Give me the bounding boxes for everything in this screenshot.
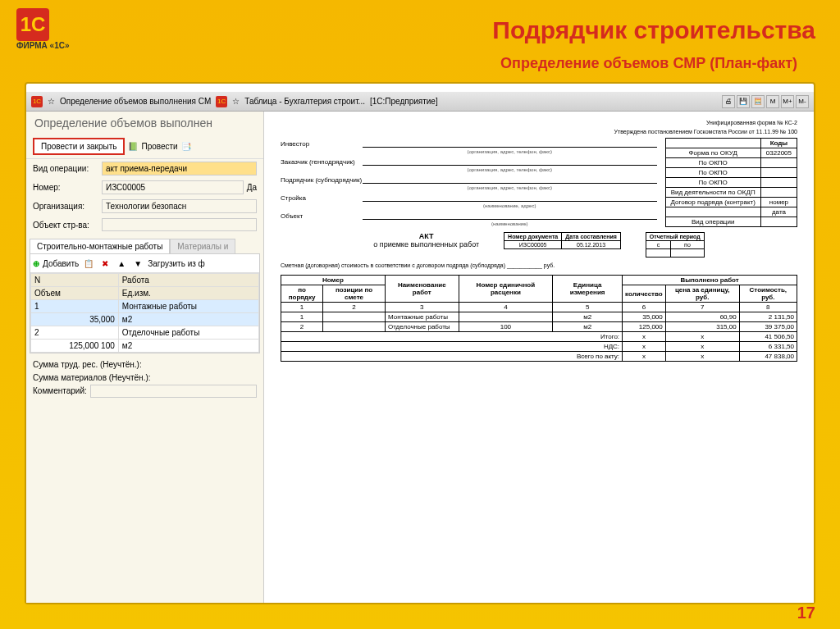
delete-icon[interactable]: ✖	[98, 257, 112, 270]
add-icon[interactable]: ⊕	[33, 259, 39, 268]
period-table: Отчетный период спо	[646, 232, 705, 258]
comment-input[interactable]	[90, 385, 257, 398]
op-type-label: Вид операции:	[33, 164, 98, 173]
logo-area: 1C ФИРМА «1С»	[16, 8, 70, 50]
number-label: Номер:	[33, 183, 98, 192]
m-minus-icon[interactable]: M-	[796, 95, 809, 108]
load-button[interactable]: Загрузить из ф	[148, 259, 205, 268]
save-green-icon[interactable]: 📗	[128, 142, 138, 151]
grid-row[interactable]: 1 Монтажные работы	[31, 300, 259, 313]
grid-row[interactable]: 2 Отделочные работы	[31, 326, 259, 340]
doc-num-table: Номер документаДата составления ИЗС00005…	[504, 232, 621, 249]
kody-table: Коды Форма по ОКУД0322005 По ОКПО По ОКП…	[665, 138, 798, 227]
table-row: 2Отделочные работы100м2125,000315,0039 3…	[281, 322, 797, 332]
app-icon: 1C	[31, 96, 43, 107]
number-input[interactable]: ИЗС00005	[102, 180, 244, 194]
calc-icon[interactable]: 🧮	[751, 95, 765, 108]
sum-trud-label: Сумма труд. рес. (Неучтён.):	[33, 358, 257, 371]
form-panel: Определение объемов выполнен Провести и …	[26, 112, 264, 603]
form-header-1: Унифицированная форма № КС-2	[281, 120, 797, 125]
post-close-button[interactable]: Провести и закрыть	[33, 138, 125, 155]
tab-materials[interactable]: Материалы и	[170, 239, 235, 253]
m-plus-icon[interactable]: M+	[781, 95, 794, 108]
print-icon[interactable]: 🖨	[722, 95, 735, 108]
more-icon[interactable]: 📑	[181, 142, 191, 151]
copy-icon[interactable]: 📋	[82, 257, 95, 270]
star-icon-2[interactable]: ☆	[232, 97, 240, 106]
titlebar-doc2: Таблица - Бухгалтерия строит...	[244, 97, 365, 106]
col-work: Работа	[118, 274, 258, 287]
titlebar-mode: [1С:Предприятие]	[370, 97, 438, 106]
down-icon[interactable]: ▼	[131, 257, 144, 270]
col-vol: Объем	[31, 287, 119, 300]
logo-brand-text: ФИРМА «1С»	[16, 41, 70, 50]
org-label: Организация:	[33, 202, 98, 211]
date-label: Да	[247, 183, 257, 192]
obj-label: Объект стр-ва:	[33, 221, 98, 230]
form-title: Определение объемов выполнен	[26, 112, 263, 134]
window-titlebar: 1C ☆ Определение объемов выполнения СМ 1…	[26, 92, 814, 112]
tab-smr[interactable]: Строительно-монтажные работы	[30, 239, 170, 253]
col-n: N	[31, 274, 119, 287]
up-icon[interactable]: ▲	[115, 257, 128, 270]
works-grid[interactable]: N Работа Объем Ед.изм. 1 Монтажные работ…	[30, 273, 259, 353]
form-header-2: Утверждена постановлением Госкомстата Ро…	[281, 129, 797, 134]
app-icon-2: 1C	[216, 96, 227, 107]
grid-row[interactable]: 35,000 м2	[31, 313, 259, 326]
logo-1c-icon: 1C	[16, 8, 49, 41]
page-title: Подрядчик строительства	[492, 16, 815, 44]
save-icon[interactable]: 💾	[737, 95, 750, 108]
akt-subtitle: о приемке выполненных работ	[373, 240, 479, 248]
sum-mat-label: Сумма материалов (Неучтён.):	[33, 371, 257, 385]
obj-input[interactable]	[102, 218, 257, 231]
comment-label: Комментарий:	[33, 385, 87, 398]
post-button[interactable]: Провести	[141, 142, 177, 151]
akt-title: АКТ	[373, 232, 479, 240]
m-icon[interactable]: M	[766, 95, 779, 108]
table-row: 1Монтажные работым235,00060,902 131,50	[281, 312, 797, 322]
main-ks2-table: Номер Наименование работ Номер единичной…	[281, 275, 797, 362]
op-type-input[interactable]: акт приема-передачи	[102, 162, 257, 175]
page-number: 17	[797, 604, 815, 622]
subtitle: Определение объемов СМР (План-факт)	[500, 55, 797, 72]
org-input[interactable]: Технологии безопасн	[102, 199, 257, 213]
titlebar-doc1: Определение объемов выполнения СМ	[60, 97, 211, 106]
grid-row[interactable]: 125,000 100 м2	[31, 340, 259, 353]
print-preview: Унифицированная форма № КС-2 Утверждена …	[264, 112, 814, 603]
add-button[interactable]: Добавить	[43, 259, 79, 268]
star-icon[interactable]: ☆	[48, 97, 55, 106]
col-unit: Ед.изм.	[118, 287, 258, 300]
